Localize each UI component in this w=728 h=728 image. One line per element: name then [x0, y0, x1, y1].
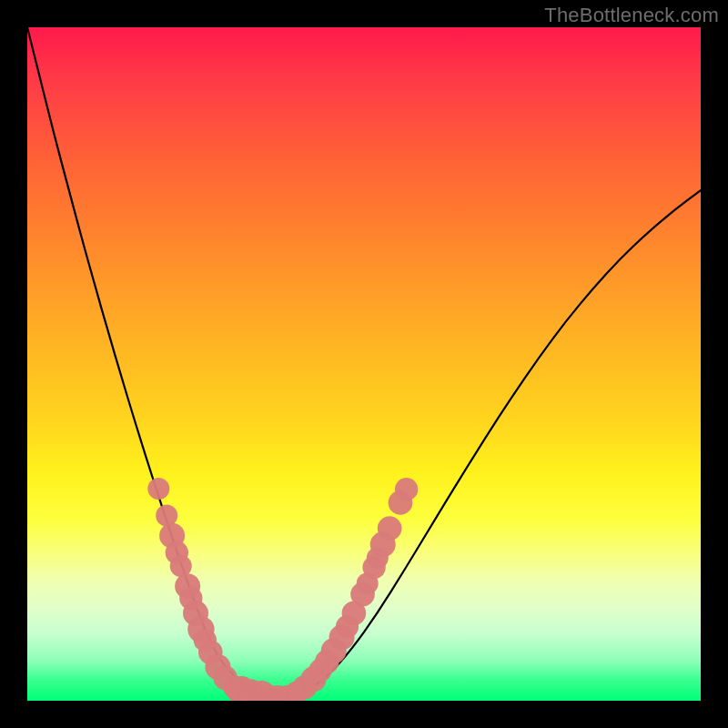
chart-frame: TheBottleneck.com [0, 0, 728, 728]
data-markers [147, 478, 418, 701]
data-marker [378, 516, 402, 541]
plot-area [27, 27, 701, 701]
watermark-text: TheBottleneck.com [544, 4, 719, 27]
data-marker [395, 478, 418, 500]
data-marker [156, 505, 177, 527]
chart-svg [27, 27, 701, 701]
data-marker [147, 478, 169, 500]
